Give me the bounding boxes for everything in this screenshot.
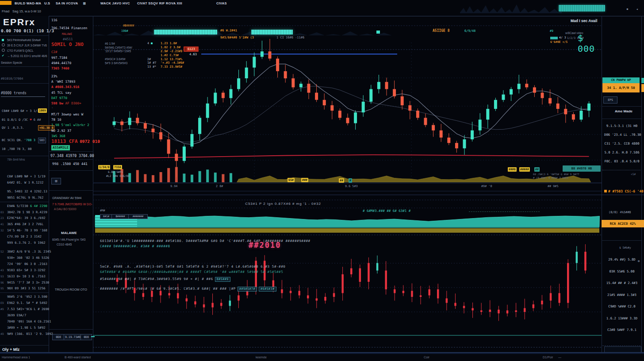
apps-grid-icon[interactable]: ▦ (83, 1, 85, 5)
subbar-mode[interactable]: Fhad (2, 9, 9, 13)
stat-row[interactable]: C31 '2.5. CC0 4800 (604, 142, 640, 146)
alert-price-badge[interactable]: 6123 (184, 46, 199, 52)
depth-bar-2[interactable] (251, 30, 293, 35)
book-row[interactable]: 7040 '09) 16A 4 C6.2161 (0, 319, 49, 325)
book-row[interactable]: C7V.99 10 2 3 3142 (0, 234, 49, 240)
menu-item[interactable]: CIVAS (216, 1, 227, 5)
vol-chip-4[interactable]: ### (301, 178, 308, 182)
order-row[interactable]: BC 5C31 QN. '788 3503 (2, 138, 48, 142)
heart-icon[interactable]: ♥ (30, 118, 31, 122)
book-row[interactable]: #97.53 5#2+'9C6 L # 2690 (0, 306, 49, 312)
status-item[interactable]: Hammerhead area 1 (2, 356, 30, 359)
option-row[interactable]: 5#3 P#r#m#w#v#d Sh#w# (2, 37, 48, 42)
stat-row[interactable]: 29.4% ##} 5.8D (604, 257, 640, 261)
eps-button[interactable]: EPS (603, 96, 617, 104)
option-row[interactable]: CTO FLKW'S Q/5CL (2, 48, 48, 53)
session-value[interactable]: #01010/37004 (1, 77, 23, 81)
option-row[interactable]: ✔→ 5.2011 01 E0+1 smo/W 46/6 (2, 53, 48, 58)
para-chip-3[interactable]: #6#5#3# (259, 287, 276, 292)
menu-item[interactable]: WACK JAVO HVC (100, 1, 130, 5)
book-row[interactable]: E9#A 5/7230 6 4# 2290 (0, 203, 49, 209)
book-row[interactable]: 033042.70 1 98 3 R.4239 (0, 209, 49, 215)
collapse-icon[interactable]: ◂ (636, 7, 638, 11)
status-item[interactable]: Coir (424, 356, 429, 359)
menu-item[interactable]: BUILD WAD-MA (15, 1, 41, 5)
book-row[interactable]: 499#9 (166. 013 '2 9. 1092 (0, 331, 49, 337)
quote-button[interactable]: 0D8 (52, 334, 65, 340)
vol-chip-8[interactable]: ## (534, 167, 540, 172)
option-row[interactable]: 39 E.5 CXLF JLR 3-D#W# TV6 (2, 42, 48, 48)
book-row[interactable]: 9051 6C76L 9 9L.762 (0, 195, 49, 201)
order-row[interactable]: 01 D.0/1 O /3C ♥ 6 ## (2, 118, 48, 122)
depth-bar-1[interactable] (154, 30, 217, 35)
brand-block[interactable] (0, 1, 12, 5)
book-row[interactable]: 90#5 J'6 '952 3 3.590 (0, 294, 49, 300)
status-item[interactable]: D1/Poir (543, 356, 553, 359)
main-chart-pane[interactable]: #6##### 199# #6 W.2#41 9#3/8#4#0 5'2#W (… (93, 16, 602, 195)
menu-item[interactable]: U.S (44, 1, 50, 5)
order-row[interactable]: QV 1 .0,3.3.+91.38 8 (2, 126, 48, 130)
grid-view-button[interactable]: ⊞ (51, 178, 61, 184)
lower-filter-badge[interactable]: ####### (128, 214, 148, 219)
stat-row[interactable]: C9#D %### C2.0 (604, 304, 640, 308)
banner-orange-2[interactable]: RCA AC2CO 42% (602, 220, 644, 227)
book-row[interactable]: 931633 0+ 10 3 6 .7163 (0, 273, 49, 280)
stat-row[interactable]: 03R 55#6 5.00 (604, 269, 640, 273)
ring-icon[interactable] (2, 43, 7, 47)
vol-chip-7[interactable]: ##### (519, 167, 530, 172)
book-row[interactable]: 3214'5 46- 70 3 99 '168 (0, 227, 49, 234)
book-row[interactable]: 999 6.3.76 2. 9 1962 (0, 240, 49, 246)
stat-row[interactable]: 9.1.5-3.1 (31 H0 (604, 124, 640, 128)
signal-teal-badge[interactable]: B8 #4970 HB (563, 165, 601, 172)
book-row[interactable]: 3699 E9A/7 (0, 312, 49, 319)
vol-chip-5t[interactable]: # (349, 178, 352, 183)
book-row[interactable]: 439103 65+ 5# 3 3-3292 (0, 267, 49, 273)
order-chip[interactable]: 503 (38, 138, 46, 143)
book-row[interactable]: 930+ 360 '02 3 46 5326 (0, 255, 49, 261)
topbar-progress[interactable] (559, 5, 605, 12)
menu-item[interactable]: SA IN #COVA (56, 1, 78, 5)
book-row[interactable]: C0# L0#0 N# + 3 1/19 (0, 173, 49, 180)
order-chip[interactable]: 1009 (38, 108, 47, 113)
stat-row[interactable]: 1.6.2 13### 3.3D (604, 316, 640, 320)
sidebar-footer[interactable]: Oly + Mlz (2, 347, 19, 352)
trends-tab[interactable]: #0000 trends (1, 91, 45, 97)
vol-chip-5[interactable]: ## (339, 178, 344, 183)
vol-chip-2[interactable]: 733A (113, 165, 122, 169)
book-row[interactable]: 64#2 01. W 3 R.1232 (0, 180, 49, 186)
stat-row[interactable]: 21#5 #### 1.3#3 (604, 293, 640, 297)
banner-orange[interactable]: 34 1. A/P/H 50 (602, 83, 640, 92)
quote-button[interactable]: 0D8 (80, 334, 92, 340)
book-row[interactable]: 23E29C*64: 39 3 6./692 (0, 215, 49, 221)
square-icon[interactable] (2, 38, 7, 42)
para-chip-1[interactable]: B#5##9 (215, 277, 230, 282)
stat-row[interactable]: F0C. 03 .0.4 5.0/0 (604, 159, 640, 163)
vol-chip-6[interactable]: ###0 (508, 167, 517, 172)
minimize-icon[interactable]: ▪ (626, 7, 629, 11)
stat-row[interactable]: 15.4# ## # 2.4#3 (604, 281, 640, 285)
menu-item[interactable]: CIVAT SSQV RIF ROVA XIII (137, 1, 182, 5)
lower-chart-svg[interactable] (93, 195, 602, 354)
book-row[interactable]: 41365 #46 2# 3 2 7V6L (0, 221, 49, 227)
status-item[interactable]: — (558, 356, 561, 359)
lower-filter-badge[interactable]: B##### (111, 214, 129, 219)
quote-button[interactable]: 9.19.73#8 (64, 334, 81, 340)
check-icon[interactable]: ✔ (2, 54, 7, 58)
status-item[interactable]: keemde (256, 356, 267, 359)
stat-row[interactable]: D06 '23.4 LL .70.30 (604, 133, 640, 137)
status-item[interactable]: B 460-ward started (65, 356, 91, 359)
stat-row[interactable]: C2#0 5##F 7.9.1 (604, 328, 640, 332)
book-row[interactable]: 5230#2 A/6 9'6 .3 3L 2345 (0, 249, 49, 255)
book-row[interactable]: 969415 '7'7 3# 3 3> 2530 (0, 280, 49, 286)
para-chip-2[interactable]: ##9#5#7# (238, 287, 257, 292)
lower-filter-badge[interactable]: 0#1# (100, 214, 112, 219)
book-row[interactable]: 724 '99' 06 3 0 .2163 (0, 261, 49, 267)
lower-pane[interactable]: C53#1 P 2 ign 0.87X#6 # mg '1 - 0#32 #M#… (93, 195, 602, 354)
banner-teal[interactable]: CN PWWPW WP (602, 77, 640, 83)
vol-chip-3[interactable]: 65# (288, 178, 295, 182)
order-row[interactable]: 10 ,780 78 3, 80 (2, 147, 48, 151)
book-row[interactable]: 95. 5403 32 4 3292.13 (0, 188, 49, 195)
book-row[interactable]: 3#09 + 1.98 L 5 5#92 (0, 325, 49, 331)
book-row[interactable]: E9E962 9.1. 5# * # 5492 (0, 300, 49, 306)
stat-row[interactable]: 5.0 2.6. H.0 7.586 (604, 150, 640, 154)
